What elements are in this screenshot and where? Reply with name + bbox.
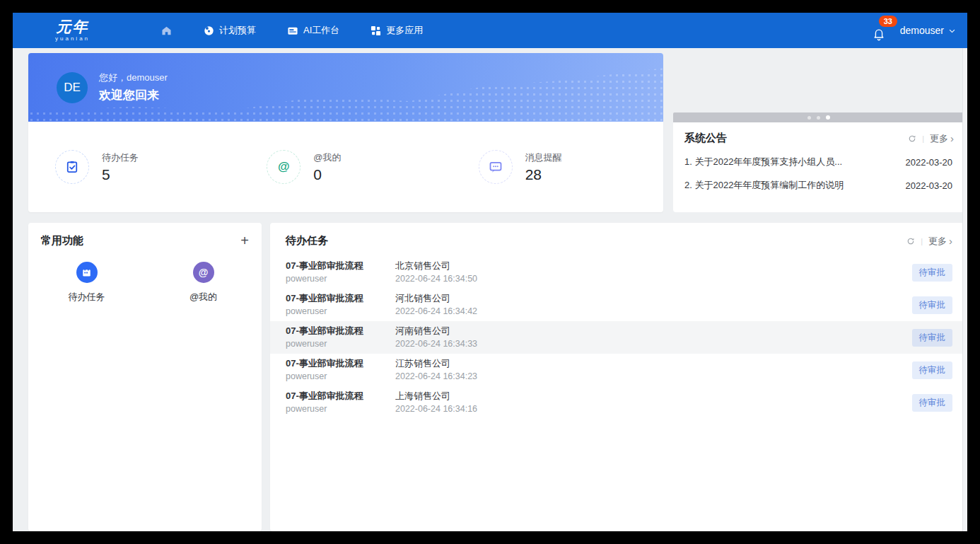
budget-icon [204,25,214,36]
nav-home[interactable] [161,25,173,37]
todo-flow-name: 07-事业部审批流程 [286,260,395,272]
carousel-dot[interactable] [817,116,820,120]
nav-item-label: 计划预算 [219,24,256,37]
todo-company: 江苏销售公司 [395,357,912,369]
more-label: 更多 [930,132,948,145]
announcement-date: 2022-03-20 [906,157,953,168]
todo-company: 上海销售公司 [395,390,912,402]
todo-row[interactable]: 07-事业部审批流程 poweruser 河北销售公司 2022-06-24 1… [270,289,964,321]
favorite-item-at-mine[interactable]: @ @我的 [145,262,262,303]
todo-company: 北京销售公司 [395,260,912,272]
stat-label: 待办任务 [102,151,139,164]
todo-time: 2022-06-24 16:34:23 [395,371,912,383]
welcome-card: DE 您好，demouser 欢迎您回来 待办任务 5 @ [28,53,663,212]
add-favorite-button[interactable]: + [240,233,249,248]
todo-company: 河南销售公司 [395,325,912,337]
favorites-panel: 常用功能 + 待办任务 @ @我的 [28,223,262,531]
notifications-button[interactable]: 33 [872,20,890,41]
todo-time: 2022-06-24 16:34:42 [395,306,912,318]
favorite-item-todo[interactable]: 待办任务 [28,262,145,303]
workbench-icon [287,25,298,36]
todo-flow-name: 07-事业部审批流程 [286,292,395,304]
todos-header: 待办任务 | 更多 › [270,223,964,248]
divider: | [921,237,923,245]
todos-panel: 待办任务 | 更多 › 07-事业部审批流程 poweruser 北京销 [270,223,964,531]
nav-menu: 计划预算 AI工作台 更多应用 [161,24,423,37]
nav-item-label: AI工作台 [303,24,339,37]
announcement-date: 2022-03-20 [906,180,953,191]
nav-item-ai-workbench[interactable]: AI工作台 [287,24,339,37]
at-icon: @ [193,262,214,283]
favorites-title: 常用功能 [41,234,83,248]
brand-subtitle: yuanian [55,36,90,42]
todos-more-link[interactable]: 更多 › [928,235,952,248]
stats-row: 待办任务 5 @ @我的 0 消息提醒 28 [28,122,663,212]
stat-at-mine[interactable]: @ @我的 0 [240,150,451,184]
at-icon: @ [267,150,301,184]
favorites-header: 常用功能 + [28,223,262,248]
todo-clipboard-icon [55,150,89,184]
chevron-right-icon: › [949,236,952,246]
todo-user: poweruser [286,371,395,383]
stat-pending-tasks[interactable]: 待办任务 5 [28,150,240,184]
todos-list: 07-事业部审批流程 poweruser 北京销售公司 2022-06-24 1… [270,256,964,419]
todo-row[interactable]: 07-事业部审批流程 poweruser 江苏销售公司 2022-06-24 1… [270,354,964,386]
nav-item-budget[interactable]: 计划预算 [204,24,256,37]
nav-item-more-apps[interactable]: 更多应用 [371,24,423,37]
todo-user: poweruser [286,403,395,415]
status-badge[interactable]: 待审批 [912,329,953,347]
status-badge[interactable]: 待审批 [912,296,953,314]
announcement-item[interactable]: 2. 关于2022年年度预算编制工作的说明 2022-03-20 [673,179,964,192]
welcome-back-text: 欢迎您回来 [99,87,168,103]
brand-logo[interactable]: 元年 yuanian [55,19,90,42]
welcome-banner: DE 您好，demouser 欢迎您回来 [28,53,663,122]
todo-flow-name: 07-事业部审批流程 [286,325,395,337]
status-badge[interactable]: 待审批 [912,361,953,379]
status-badge[interactable]: 待审批 [912,264,953,282]
todo-flow-name: 07-事业部审批流程 [286,390,395,402]
announcements-panel: 系统公告 | 更多 › 1. 关于2022年年度预算支持小组人员... 2022… [673,112,964,212]
carousel-dot-active[interactable] [826,115,830,120]
todo-user: poweruser [286,338,395,350]
todo-row[interactable]: 07-事业部审批流程 poweruser 北京销售公司 2022-06-24 1… [270,256,964,289]
todo-row-highlighted[interactable]: 07-事业部审批流程 poweruser 河南销售公司 2022-06-24 1… [270,321,964,354]
todo-user: poweruser [286,306,395,318]
announcements-more-link[interactable]: 更多 › [930,132,954,145]
user-menu[interactable]: demouser [900,25,956,36]
nav-item-label: 更多应用 [386,24,423,37]
todos-title: 待办任务 [286,234,328,248]
todo-user: poweruser [286,273,395,285]
todo-time: 2022-06-24 16:34:16 [395,403,912,415]
carousel-indicator [673,112,964,122]
refresh-icon [908,134,916,143]
stat-value: 5 [102,166,139,183]
brand-title: 元年 [57,19,89,34]
todo-flow-name: 07-事业部审批流程 [286,357,395,369]
user-name: demouser [900,25,944,36]
refresh-button[interactable] [908,134,916,143]
avatar[interactable]: DE [57,72,88,103]
status-badge[interactable]: 待审批 [912,394,953,412]
stat-messages[interactable]: 消息提醒 28 [452,150,663,184]
chevron-right-icon: › [950,133,954,144]
apps-grid-icon [371,25,381,36]
favorite-item-label: @我的 [145,291,262,303]
carousel-dot[interactable] [807,116,811,120]
stat-value: 0 [313,166,341,183]
announcement-text: 2. 关于2022年年度预算编制工作的说明 [684,179,844,192]
todo-row[interactable]: 07-事业部审批流程 poweruser 上海销售公司 2022-06-24 1… [270,386,964,419]
announcement-item[interactable]: 1. 关于2022年年度预算支持小组人员... 2022-03-20 [673,156,964,168]
refresh-button[interactable] [906,237,915,245]
nav-right: 33 demouser [872,20,956,41]
stat-value: 28 [525,166,562,183]
app-window: 元年 yuanian 计划预算 AI工作台 [13,13,967,531]
stat-label: @我的 [313,151,341,164]
scrollbar[interactable] [962,48,967,531]
announcement-text: 1. 关于2022年年度预算支持小组人员... [684,156,842,168]
todo-company: 河北销售公司 [395,292,912,304]
todo-time: 2022-06-24 16:34:33 [395,338,912,350]
refresh-icon [906,237,915,245]
message-icon [479,150,513,184]
notification-badge: 33 [879,16,897,27]
divider: | [922,134,924,143]
